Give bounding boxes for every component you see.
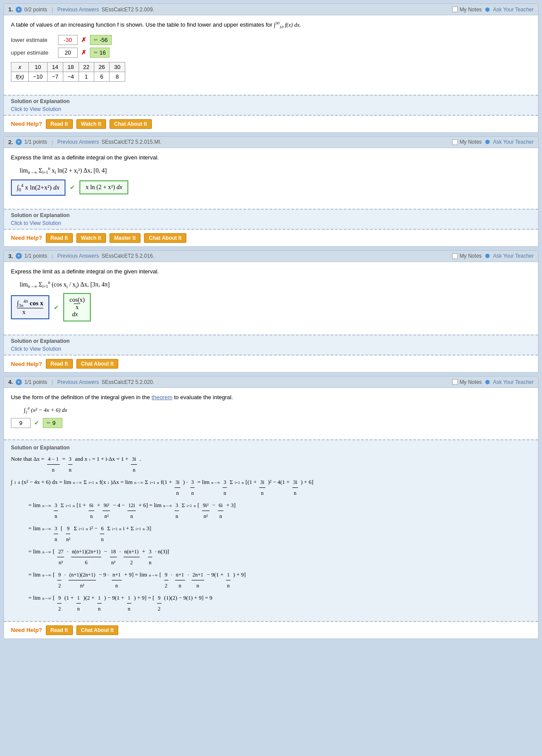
question-1-header-left: 1. + 0/2 points | Previous Answers SEssC… <box>8 6 154 13</box>
solution-title-1: Solution or Explanation <box>11 98 531 104</box>
chat-about-it-btn-1[interactable]: Chat About It <box>110 119 152 129</box>
question-2-body: Express the limit as a definite integral… <box>4 148 538 205</box>
chat-about-it-btn-3[interactable]: Chat About It <box>76 359 119 369</box>
question-2-id: SEssCalcET2 5.2.015.MI. <box>102 139 161 145</box>
integral-result-2: x ln (2 + x²) dx <box>79 180 128 194</box>
question-1-id: SEssCalcET2 5.2.009. <box>102 7 154 13</box>
table-cell: 6 <box>94 72 109 81</box>
check-mark-3: ✔ <box>54 304 59 311</box>
ask-teacher-2[interactable]: Ask Your Teacher <box>493 139 534 145</box>
solution-section-4: Solution or Explanation Note that Δx = 4… <box>4 439 538 622</box>
read-it-btn-2[interactable]: Read It <box>46 233 73 243</box>
question-1-number: 1. <box>8 6 13 13</box>
my-notes-3: My Notes <box>452 253 482 259</box>
math-block-2: ∫04 x ln(2+x²) dx ✔ x ln (2 + x²) dx <box>11 180 531 196</box>
prev-answers-2[interactable]: Previous Answers <box>57 139 99 145</box>
question-4: 4. + 1/1 points | Previous Answers SEssC… <box>3 376 539 639</box>
answer-correct-4[interactable]: ✏ 9 <box>43 418 62 428</box>
question-2-points: 1/1 points <box>24 139 47 145</box>
question-1-integral: ∫3010 f(x) dx. <box>274 21 301 28</box>
need-help-label-4: Need Help? <box>11 627 42 633</box>
upper-correct-answer[interactable]: ✏ 16 <box>90 48 110 58</box>
table-cell: −10 <box>28 72 47 81</box>
ask-teacher-4[interactable]: Ask Your Teacher <box>493 379 534 385</box>
notes-label-4: My Notes <box>460 379 482 385</box>
question-3-number: 3. <box>8 253 13 259</box>
lower-wrong-answer: -30 <box>58 35 78 45</box>
question-1-text: A table of values of an increasing funct… <box>11 21 531 31</box>
question-2-text: Express the limit as a definite integral… <box>11 153 531 162</box>
question-3-header-right: My Notes Ask Your Teacher <box>452 253 534 259</box>
table-cell: x <box>11 62 29 72</box>
data-table-1: x 10 14 18 22 26 30 f(x) −10 −7 −4 1 6 8 <box>11 62 125 82</box>
math-limit-3: limn→∞ Σi=1n (cos xi / xi) Δx, [3π, 4π] <box>20 280 531 289</box>
solution-link-1[interactable]: Click to View Solution <box>11 106 61 112</box>
my-notes-2: My Notes <box>452 139 482 145</box>
chat-about-it-btn-4[interactable]: Chat About It <box>76 625 119 635</box>
ask-teacher-3[interactable]: Ask Your Teacher <box>493 253 534 259</box>
table-cell: 8 <box>110 72 125 81</box>
notes-checkbox-2[interactable] <box>452 139 458 145</box>
notes-checkbox-1[interactable] <box>452 7 458 12</box>
prev-answers-4[interactable]: Previous Answers <box>57 379 99 385</box>
question-4-header-right: My Notes Ask Your Teacher <box>452 379 534 385</box>
theorem-link[interactable]: theorem <box>151 394 172 400</box>
notes-checkbox-3[interactable] <box>452 253 458 259</box>
table-cell: 26 <box>94 62 109 72</box>
solution-section-3: Solution or Explanation Click to View So… <box>4 335 538 356</box>
math-block-3: ∫3π4π cos x x ✔ cos(x) x dx <box>11 293 531 321</box>
question-2-header-left: 2. + 1/1 points | Previous Answers SEssC… <box>8 139 161 145</box>
read-it-btn-1[interactable]: Read It <box>46 119 73 129</box>
need-help-label-3: Need Help? <box>11 361 42 367</box>
ask-teacher-dot-4 <box>485 380 490 384</box>
prev-answers-3[interactable]: Previous Answers <box>57 253 99 259</box>
watch-it-btn-2[interactable]: Watch It <box>76 233 106 243</box>
points-icon-2: + <box>16 139 22 145</box>
lower-x-mark: ✗ <box>81 36 86 43</box>
need-help-1: Need Help? Read It Watch It Chat About I… <box>4 116 538 132</box>
prev-answers-1[interactable]: Previous Answers <box>57 7 99 13</box>
question-2-header: 2. + 1/1 points | Previous Answers SEssC… <box>4 137 538 148</box>
question-3-body: Express the limit as a definite integral… <box>4 262 538 331</box>
solution-section-1: Solution or Explanation Click to View So… <box>4 95 538 116</box>
ask-teacher-1[interactable]: Ask Your Teacher <box>493 7 534 13</box>
table-cell: −7 <box>47 72 63 81</box>
upper-x-mark: ✗ <box>81 49 86 56</box>
question-3-id: SEssCalcET2 5.2.016. <box>102 253 154 259</box>
need-help-label-2: Need Help? <box>11 235 42 241</box>
check-mark-2: ✔ <box>70 184 75 191</box>
table-cell: 10 <box>28 62 47 72</box>
my-notes-1: My Notes <box>452 7 482 13</box>
table-cell: 30 <box>110 62 125 72</box>
question-4-body: Use the form of the definition of the in… <box>4 388 538 435</box>
integral-box-3: ∫3π4π cos x x <box>11 295 49 319</box>
question-3-points: 1/1 points <box>24 253 47 259</box>
my-notes-4: My Notes <box>452 379 482 385</box>
table-cell: 1 <box>79 72 94 81</box>
watch-it-btn-1[interactable]: Watch It <box>76 119 106 129</box>
question-4-header-left: 4. + 1/1 points | Previous Answers SEssC… <box>8 379 154 385</box>
table-cell: −4 <box>63 72 79 81</box>
question-3: 3. + 1/1 points | Previous Answers SEssC… <box>3 250 539 373</box>
notes-checkbox-4[interactable] <box>452 379 458 385</box>
chat-about-it-btn-2[interactable]: Chat About It <box>144 233 186 243</box>
upper-estimate-row: upper estimate 20 ✗ ✏ 16 <box>11 48 531 58</box>
question-3-header-left: 3. + 1/1 points | Previous Answers SEssC… <box>8 253 154 259</box>
notes-label-2: My Notes <box>460 139 482 145</box>
read-it-btn-4[interactable]: Read It <box>46 625 73 635</box>
master-it-btn-2[interactable]: Master It <box>110 233 141 243</box>
pencil-icon-4: ✏ <box>47 420 51 426</box>
lower-correct-answer[interactable]: ✏ -56 <box>90 35 112 45</box>
solution-link-3[interactable]: Click to View Solution <box>11 346 61 352</box>
read-it-btn-3[interactable]: Read It <box>46 359 73 369</box>
math-limit-2: limn→∞ Σi=1n xi ln(2 + xi²) Δx, [0, 4] <box>20 166 531 175</box>
need-help-2: Need Help? Read It Watch It Master It Ch… <box>4 230 538 246</box>
question-4-number: 4. <box>8 379 13 385</box>
notes-label-1: My Notes <box>460 7 482 13</box>
lower-estimate-row: lower estimate -30 ✗ ✏ -56 <box>11 35 531 45</box>
solution-link-2[interactable]: Click to View Solution <box>11 220 61 226</box>
question-4-points: 1/1 points <box>24 379 47 385</box>
answer-value-4: 9 <box>11 418 31 428</box>
solution-title-3: Solution or Explanation <box>11 338 531 344</box>
table-data-row: f(x) −10 −7 −4 1 6 8 <box>11 72 125 81</box>
